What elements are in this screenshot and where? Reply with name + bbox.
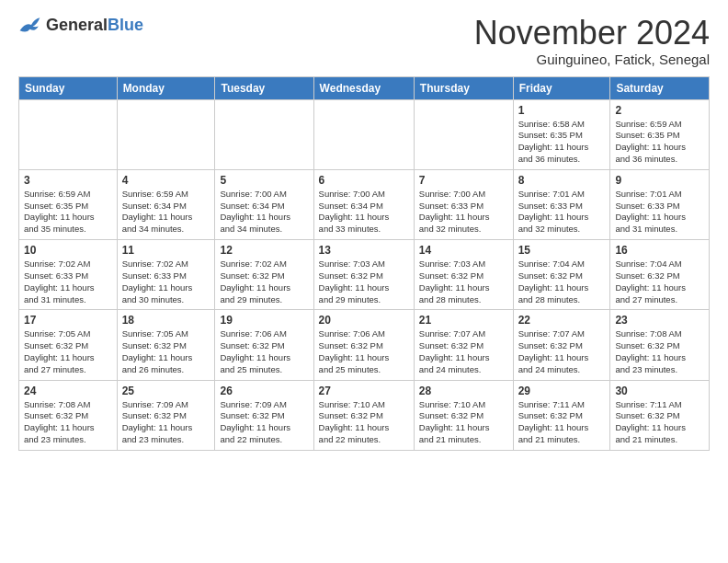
calendar-cell: [19, 99, 118, 169]
day-number: 24: [24, 385, 112, 397]
week-row-4: 17Sunrise: 7:05 AM Sunset: 6:32 PM Dayli…: [19, 310, 710, 380]
day-number: 3: [24, 174, 112, 187]
page: General Blue November 2024 Guinguineo, F…: [0, 0, 728, 465]
calendar-cell: 24Sunrise: 7:08 AM Sunset: 6:32 PM Dayli…: [19, 380, 118, 450]
day-number: 22: [518, 314, 606, 327]
calendar-cell: 5Sunrise: 7:00 AM Sunset: 6:34 PM Daylig…: [215, 169, 313, 239]
weekday-header-wednesday: Wednesday: [313, 76, 414, 99]
calendar-table: SundayMondayTuesdayWednesdayThursdayFrid…: [18, 76, 710, 451]
day-info: Sunrise: 7:02 AM Sunset: 6:33 PM Dayligh…: [122, 259, 210, 305]
day-number: 14: [419, 244, 508, 257]
calendar-cell: 12Sunrise: 7:02 AM Sunset: 6:32 PM Dayli…: [215, 240, 313, 310]
logo: General Blue: [18, 15, 143, 35]
day-info: Sunrise: 7:07 AM Sunset: 6:32 PM Dayligh…: [518, 328, 606, 375]
day-info: Sunrise: 6:59 AM Sunset: 6:35 PM Dayligh…: [24, 189, 112, 236]
day-number: 5: [220, 174, 308, 187]
calendar-cell: 1Sunrise: 6:58 AM Sunset: 6:35 PM Daylig…: [513, 99, 610, 169]
calendar-body: 1Sunrise: 6:58 AM Sunset: 6:35 PM Daylig…: [19, 99, 710, 450]
weekday-header-thursday: Thursday: [414, 76, 513, 99]
calendar-cell: 14Sunrise: 7:03 AM Sunset: 6:32 PM Dayli…: [414, 240, 513, 310]
day-info: Sunrise: 7:07 AM Sunset: 6:32 PM Dayligh…: [419, 328, 508, 375]
week-row-5: 24Sunrise: 7:08 AM Sunset: 6:32 PM Dayli…: [19, 380, 710, 450]
day-info: Sunrise: 7:10 AM Sunset: 6:32 PM Dayligh…: [419, 399, 508, 446]
day-number: 28: [419, 385, 508, 397]
calendar-cell: 22Sunrise: 7:07 AM Sunset: 6:32 PM Dayli…: [513, 310, 610, 380]
day-info: Sunrise: 7:00 AM Sunset: 6:34 PM Dayligh…: [220, 189, 308, 236]
calendar-cell: 23Sunrise: 7:08 AM Sunset: 6:32 PM Dayli…: [610, 310, 710, 380]
header: General Blue November 2024 Guinguineo, F…: [18, 15, 710, 67]
day-number: 19: [220, 314, 308, 327]
calendar-cell: 20Sunrise: 7:06 AM Sunset: 6:32 PM Dayli…: [313, 310, 414, 380]
week-row-3: 10Sunrise: 7:02 AM Sunset: 6:33 PM Dayli…: [19, 240, 710, 310]
day-number: 10: [24, 244, 112, 257]
day-number: 1: [518, 104, 606, 117]
title-block: November 2024 Guinguineo, Fatick, Senega…: [474, 15, 710, 67]
day-info: Sunrise: 7:10 AM Sunset: 6:32 PM Dayligh…: [319, 399, 409, 446]
logo-blue-text: Blue: [108, 16, 143, 35]
day-number: 6: [319, 174, 409, 187]
calendar-cell: 11Sunrise: 7:02 AM Sunset: 6:33 PM Dayli…: [117, 240, 215, 310]
day-info: Sunrise: 6:58 AM Sunset: 6:35 PM Dayligh…: [518, 119, 606, 166]
week-row-1: 1Sunrise: 6:58 AM Sunset: 6:35 PM Daylig…: [19, 99, 710, 169]
calendar-cell: 6Sunrise: 7:00 AM Sunset: 6:34 PM Daylig…: [313, 169, 414, 239]
calendar-cell: 28Sunrise: 7:10 AM Sunset: 6:32 PM Dayli…: [414, 380, 513, 450]
weekday-header-tuesday: Tuesday: [215, 76, 313, 99]
weekday-header-row: SundayMondayTuesdayWednesdayThursdayFrid…: [19, 76, 710, 99]
calendar-cell: 18Sunrise: 7:05 AM Sunset: 6:32 PM Dayli…: [117, 310, 215, 380]
calendar-cell: 19Sunrise: 7:06 AM Sunset: 6:32 PM Dayli…: [215, 310, 313, 380]
day-info: Sunrise: 7:04 AM Sunset: 6:32 PM Dayligh…: [615, 259, 704, 305]
calendar-cell: 26Sunrise: 7:09 AM Sunset: 6:32 PM Dayli…: [215, 380, 313, 450]
day-info: Sunrise: 7:00 AM Sunset: 6:33 PM Dayligh…: [419, 189, 508, 236]
calendar-cell: 21Sunrise: 7:07 AM Sunset: 6:32 PM Dayli…: [414, 310, 513, 380]
day-number: 20: [319, 314, 409, 327]
calendar-cell: [117, 99, 215, 169]
calendar-cell: 2Sunrise: 6:59 AM Sunset: 6:35 PM Daylig…: [610, 99, 710, 169]
logo-general-text: General: [46, 16, 108, 35]
calendar-cell: 25Sunrise: 7:09 AM Sunset: 6:32 PM Dayli…: [117, 380, 215, 450]
day-info: Sunrise: 7:03 AM Sunset: 6:32 PM Dayligh…: [419, 259, 508, 305]
day-number: 11: [122, 244, 210, 257]
calendar-cell: 13Sunrise: 7:03 AM Sunset: 6:32 PM Dayli…: [313, 240, 414, 310]
day-number: 17: [24, 314, 112, 327]
day-info: Sunrise: 6:59 AM Sunset: 6:34 PM Dayligh…: [122, 189, 210, 236]
day-info: Sunrise: 7:08 AM Sunset: 6:32 PM Dayligh…: [615, 328, 704, 375]
calendar-cell: 29Sunrise: 7:11 AM Sunset: 6:32 PM Dayli…: [513, 380, 610, 450]
day-info: Sunrise: 7:08 AM Sunset: 6:32 PM Dayligh…: [24, 399, 112, 446]
calendar-cell: [414, 99, 513, 169]
day-number: 7: [419, 174, 508, 187]
day-number: 13: [319, 244, 409, 257]
day-number: 12: [220, 244, 308, 257]
day-info: Sunrise: 7:09 AM Sunset: 6:32 PM Dayligh…: [122, 399, 210, 446]
calendar-cell: 3Sunrise: 6:59 AM Sunset: 6:35 PM Daylig…: [19, 169, 118, 239]
day-number: 30: [615, 385, 704, 397]
calendar-cell: 7Sunrise: 7:00 AM Sunset: 6:33 PM Daylig…: [414, 169, 513, 239]
calendar-cell: 9Sunrise: 7:01 AM Sunset: 6:33 PM Daylig…: [610, 169, 710, 239]
day-number: 29: [518, 385, 606, 397]
day-number: 25: [122, 385, 210, 397]
calendar-cell: 10Sunrise: 7:02 AM Sunset: 6:33 PM Dayli…: [19, 240, 118, 310]
day-info: Sunrise: 7:00 AM Sunset: 6:34 PM Dayligh…: [319, 189, 409, 236]
calendar-cell: 4Sunrise: 6:59 AM Sunset: 6:34 PM Daylig…: [117, 169, 215, 239]
calendar-cell: [215, 99, 313, 169]
day-info: Sunrise: 7:02 AM Sunset: 6:32 PM Dayligh…: [220, 259, 308, 305]
day-info: Sunrise: 7:03 AM Sunset: 6:32 PM Dayligh…: [319, 259, 409, 305]
calendar-header: SundayMondayTuesdayWednesdayThursdayFrid…: [19, 76, 710, 99]
day-number: 18: [122, 314, 210, 327]
day-number: 4: [122, 174, 210, 187]
weekday-header-sunday: Sunday: [19, 76, 118, 99]
calendar-cell: [313, 99, 414, 169]
logo-bird-icon: [18, 15, 44, 35]
weekday-header-monday: Monday: [117, 76, 215, 99]
day-info: Sunrise: 7:05 AM Sunset: 6:32 PM Dayligh…: [24, 328, 112, 375]
calendar-cell: 8Sunrise: 7:01 AM Sunset: 6:33 PM Daylig…: [513, 169, 610, 239]
day-info: Sunrise: 7:11 AM Sunset: 6:32 PM Dayligh…: [615, 399, 704, 446]
day-number: 16: [615, 244, 704, 257]
day-info: Sunrise: 7:01 AM Sunset: 6:33 PM Dayligh…: [615, 189, 704, 236]
calendar-cell: 30Sunrise: 7:11 AM Sunset: 6:32 PM Dayli…: [610, 380, 710, 450]
day-info: Sunrise: 7:06 AM Sunset: 6:32 PM Dayligh…: [220, 328, 308, 375]
weekday-header-saturday: Saturday: [610, 76, 710, 99]
calendar-cell: 16Sunrise: 7:04 AM Sunset: 6:32 PM Dayli…: [610, 240, 710, 310]
day-number: 9: [615, 174, 704, 187]
day-number: 26: [220, 385, 308, 397]
day-info: Sunrise: 7:09 AM Sunset: 6:32 PM Dayligh…: [220, 399, 308, 446]
